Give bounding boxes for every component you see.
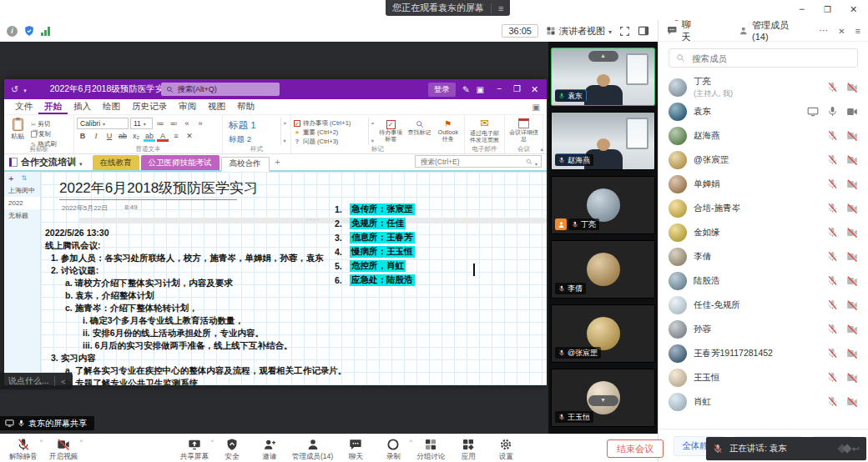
participant-row[interactable]: 王玉恒 (659, 365, 868, 389)
toolbar-button[interactable]: 共享屏幕 (178, 436, 211, 462)
section-tab[interactable]: 高校合作 (221, 157, 270, 172)
video-thumbnail[interactable]: 赵海燕 (551, 112, 655, 170)
chevron-up-icon[interactable] (211, 439, 214, 444)
toolbar-button[interactable]: 解除静音 (7, 436, 40, 462)
toolbar-button[interactable]: 管理成员(14) (290, 436, 335, 462)
toolbar-button[interactable]: 开启视频 (47, 436, 80, 462)
chevron-up-icon[interactable] (410, 439, 412, 444)
onenote-maximize-button[interactable] (508, 84, 526, 95)
todo-tag-button[interactable]: 待办事项标签 (377, 118, 404, 145)
camera-off-icon[interactable] (846, 348, 858, 359)
camera-off-icon[interactable] (846, 82, 858, 93)
strip-scroll-up-button[interactable] (588, 51, 618, 62)
tag-option[interactable]: 待办事项 (Ctrl+1) (294, 119, 366, 128)
onenote-menu-item[interactable]: 文件 (9, 99, 38, 114)
bold-button[interactable]: B (77, 131, 88, 142)
mic-muted-icon[interactable] (827, 348, 838, 359)
page-list-item[interactable]: 2022 (4, 197, 40, 209)
add-section-button[interactable] (271, 157, 285, 170)
tag-option[interactable]: 重要 (Ctrl+2) (294, 128, 366, 137)
participant-row[interactable]: 王春芳19117281452 (659, 341, 868, 365)
toolbar-button[interactable]: 分组讨论 (414, 436, 447, 462)
meeting-info-icon[interactable] (7, 26, 18, 37)
chevron-up-icon[interactable] (40, 439, 43, 444)
section-search-box[interactable] (415, 155, 542, 168)
collapse-chat-icon[interactable] (61, 377, 65, 386)
mic-muted-icon[interactable] (827, 130, 838, 141)
toolbar-button[interactable]: 设置 (489, 436, 522, 462)
participant-row[interactable]: 袁东 (659, 99, 868, 123)
member-search-input[interactable] (690, 53, 850, 64)
page-share-icon[interactable] (532, 103, 540, 112)
camera-off-icon[interactable] (846, 227, 858, 239)
video-thumbnail[interactable]: 丁亮 (551, 176, 655, 234)
onenote-menu-item[interactable]: 插入 (68, 99, 97, 114)
mic-on-icon[interactable] (827, 106, 838, 117)
ribbon-display-icon[interactable] (477, 84, 484, 94)
quick-chat-input[interactable]: 说点什么... (0, 373, 73, 389)
video-thumbnail[interactable]: 李倩 (551, 240, 655, 299)
mic-muted-icon[interactable] (827, 299, 838, 310)
camera-off-icon[interactable] (846, 275, 858, 287)
find-tags-button[interactable]: 查找标记 (406, 118, 432, 145)
chevron-up-icon[interactable] (80, 439, 83, 444)
undo-icon[interactable] (11, 84, 18, 95)
paste-button[interactable]: 粘贴 (7, 118, 28, 145)
camera-off-icon[interactable] (846, 299, 858, 311)
member-search-box[interactable] (669, 48, 858, 68)
font-color-button[interactable]: A (157, 131, 169, 142)
meeting-details-button[interactable]: 会议详细信息 会议 (505, 115, 543, 153)
panel-close-button[interactable] (835, 26, 847, 36)
participant-row[interactable]: 单婵娟 (659, 172, 868, 196)
section-search-input[interactable] (419, 157, 523, 167)
outlook-tasks-button[interactable]: Outlook 任务 (435, 118, 462, 145)
video-thumbnail[interactable]: @张宸罡 (551, 304, 655, 363)
mic-muted-icon[interactable] (827, 251, 838, 262)
camera-off-icon[interactable] (846, 396, 858, 408)
onenote-menu-item[interactable]: 审阅 (173, 99, 202, 114)
onenote-menu-item[interactable]: 帮助 (231, 99, 260, 114)
participant-row[interactable]: @张宸罡 (659, 148, 868, 172)
bullet-list-button[interactable]: ≔ (154, 118, 166, 129)
font-name-select[interactable]: Calibri (77, 118, 129, 129)
font-size-select[interactable]: 11 (130, 118, 153, 129)
mic-muted-icon[interactable] (827, 227, 838, 238)
toolbar-button[interactable]: 录制 (376, 436, 410, 462)
camera-off-icon[interactable] (846, 154, 858, 166)
clear-format-button[interactable]: ✕ (184, 131, 195, 142)
watching-banner[interactable]: 您正在观看袁东的屏幕 (386, 0, 510, 16)
camera-off-icon[interactable] (846, 130, 858, 142)
view-mode-button[interactable]: 演讲者视图 (546, 25, 612, 38)
paragraph-button[interactable]: ≡ (170, 131, 182, 142)
minimize-button[interactable] (789, 0, 815, 18)
quick-access-chevron-icon[interactable] (23, 84, 27, 94)
cut-button[interactable]: 剪切 (31, 120, 57, 128)
copy-button[interactable]: 复制 (31, 130, 57, 138)
panel-menu-icon[interactable] (853, 26, 863, 36)
participant-row[interactable]: 李倩 (659, 244, 868, 269)
mic-muted-icon[interactable] (827, 372, 838, 383)
indent-button[interactable]: » (194, 118, 206, 129)
style-heading1[interactable]: 标题 1 (229, 119, 280, 132)
italic-button[interactable]: I (90, 131, 102, 142)
participant-row[interactable]: 合培-施青岑 (659, 196, 868, 220)
onenote-menu-item[interactable]: 视图 (202, 99, 231, 114)
participant-row[interactable]: 丁亮 (主持人, 我) (659, 75, 868, 99)
participant-row[interactable]: 金如缘 (659, 220, 868, 244)
onenote-menu-item[interactable]: 开始 (38, 99, 68, 114)
sign-in-button[interactable]: 登录 (428, 83, 456, 97)
highlight-color-button[interactable]: ab (144, 131, 155, 142)
onenote-search-box[interactable]: 搜索(Alt+Q) (161, 83, 280, 96)
subscript-button[interactable]: x₂ (130, 131, 142, 142)
onenote-menu-item[interactable]: 历史记录 (126, 99, 173, 114)
onenote-menu-item[interactable]: 绘图 (97, 99, 126, 114)
outline-collapse-bar[interactable] (79, 218, 547, 223)
participant-row[interactable]: 肖虹 (659, 389, 868, 414)
banner-menu-icon[interactable] (491, 3, 503, 13)
mic-muted-icon[interactable] (827, 324, 838, 334)
camera-off-icon[interactable] (846, 251, 858, 263)
maximize-button[interactable] (815, 0, 840, 18)
camera-off-icon[interactable] (846, 203, 858, 214)
participant-row[interactable]: 孙蓉 (659, 317, 868, 341)
participant-row[interactable]: 任佳-免规所 (659, 293, 868, 317)
